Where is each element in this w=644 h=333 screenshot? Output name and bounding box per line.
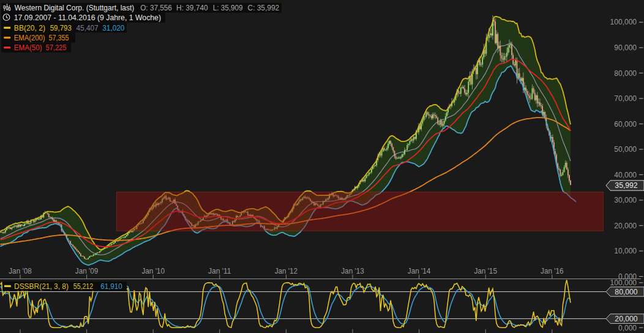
svg-text:70,000: 70,000 (614, 94, 637, 103)
svg-text:17.09.2007 - 11.04.2016 (9 Jah: 17.09.2007 - 11.04.2016 (9 Jahre, 1 Woch… (14, 13, 161, 22)
svg-text:Jan '15: Jan '15 (474, 266, 497, 275)
svg-text:30,000: 30,000 (614, 196, 637, 204)
svg-text:60,000: 60,000 (614, 120, 637, 129)
svg-text:Western Digital Corp. (Stuttga: Western Digital Corp. (Stuttgart, last) (15, 3, 135, 12)
svg-text:Jan '13: Jan '13 (341, 266, 364, 275)
svg-text:100,000: 100,000 (610, 18, 637, 26)
svg-text:61,910: 61,910 (100, 282, 122, 291)
svg-text:BB(20, 2): BB(20, 2) (14, 23, 45, 32)
svg-text:Jan '16: Jan '16 (541, 266, 564, 275)
svg-text:Jan '14: Jan '14 (408, 266, 431, 275)
svg-text:0,000: 0,000 (618, 324, 637, 332)
svg-text:80,000: 80,000 (615, 288, 637, 296)
svg-text:57,225: 57,225 (46, 43, 67, 52)
svg-text:59,793: 59,793 (50, 23, 72, 32)
svg-text:45,407: 45,407 (77, 23, 99, 32)
svg-text:40,000: 40,000 (614, 171, 637, 179)
svg-text:20,000: 20,000 (615, 315, 637, 323)
svg-text:31,020: 31,020 (102, 23, 124, 32)
svg-text:55,212: 55,212 (73, 282, 93, 291)
svg-text:50,000: 50,000 (614, 145, 637, 154)
svg-text:L: 35,909: L: 35,909 (213, 3, 243, 12)
svg-text:57,355: 57,355 (49, 33, 69, 42)
svg-text:H: 39,740: H: 39,740 (176, 3, 208, 12)
svg-text:10,000: 10,000 (614, 247, 637, 255)
svg-text:100,000: 100,000 (610, 279, 637, 287)
svg-text:DSSBR(21, 3, 8): DSSBR(21, 3, 8) (14, 282, 69, 291)
svg-text:20,000: 20,000 (614, 222, 637, 230)
svg-text:Jan '08: Jan '08 (9, 266, 32, 275)
svg-text:C: 35,992: C: 35,992 (248, 3, 280, 12)
svg-text:Jan '09: Jan '09 (75, 266, 99, 275)
svg-text:EMA(50): EMA(50) (14, 43, 42, 52)
svg-text:90,000: 90,000 (614, 43, 637, 52)
svg-text:Jan '10: Jan '10 (141, 266, 165, 275)
svg-text:Jan '12: Jan '12 (275, 266, 298, 275)
svg-text:O: 37,556: O: 37,556 (140, 3, 172, 12)
svg-text:Jan '11: Jan '11 (208, 266, 231, 275)
svg-text:80,000: 80,000 (614, 69, 637, 78)
svg-text:EMA(200): EMA(200) (14, 33, 45, 42)
svg-text:35,992: 35,992 (615, 181, 637, 190)
